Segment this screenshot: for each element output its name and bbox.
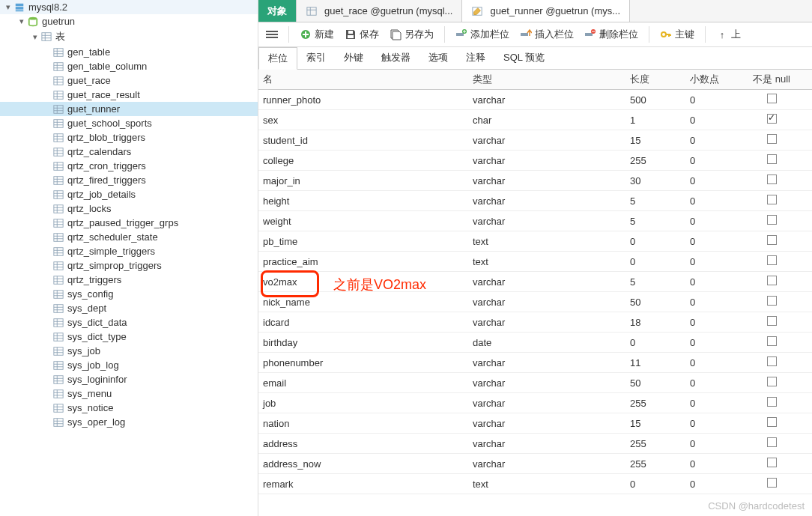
cell-length[interactable]: 5 xyxy=(625,216,685,227)
cell-decimals[interactable]: 0 xyxy=(685,256,745,267)
column-row[interactable]: jobvarchar2550 xyxy=(258,393,812,413)
tree-table-item[interactable]: gen_table xyxy=(0,45,258,59)
column-row[interactable]: birthdaydate00 xyxy=(258,333,812,353)
column-row[interactable]: pb_timetext00 xyxy=(258,231,812,252)
cell-notnull[interactable] xyxy=(745,215,798,227)
tree-table-item[interactable]: sys_oper_log xyxy=(0,415,258,429)
cell-notnull[interactable] xyxy=(745,195,798,207)
subtab-triggers[interactable]: 触发器 xyxy=(372,47,419,69)
cell-name[interactable]: address_now xyxy=(258,458,468,470)
tree-table-item[interactable]: guet_runner xyxy=(0,102,258,116)
header-decimals[interactable]: 小数点 xyxy=(685,73,745,86)
column-row[interactable]: address_nowvarchar2550 xyxy=(258,454,812,474)
cell-length[interactable]: 15 xyxy=(625,418,685,429)
checkbox-icon[interactable] xyxy=(767,215,777,225)
column-row[interactable]: practice_aimtext00 xyxy=(258,252,812,272)
cell-notnull[interactable] xyxy=(745,356,798,368)
subtab-indexes[interactable]: 索引 xyxy=(297,47,335,69)
cell-decimals[interactable]: 0 xyxy=(685,479,745,490)
cell-length[interactable]: 50 xyxy=(625,377,685,389)
column-row[interactable]: collegevarchar2550 xyxy=(258,151,812,171)
cell-decimals[interactable]: 0 xyxy=(685,94,745,106)
checkbox-icon[interactable] xyxy=(767,114,777,124)
tree-table-item[interactable]: qrtz_job_details xyxy=(0,187,258,201)
cell-notnull[interactable] xyxy=(745,437,798,449)
tree-table-item[interactable]: sys_job_log xyxy=(0,358,258,372)
column-row[interactable]: sexchar10 xyxy=(258,110,812,130)
cell-type[interactable]: varchar xyxy=(468,195,625,207)
cell-name[interactable]: college xyxy=(258,155,468,166)
cell-length[interactable]: 5 xyxy=(625,195,685,207)
cell-length[interactable]: 11 xyxy=(625,357,685,368)
cell-name[interactable]: address xyxy=(258,438,468,449)
column-row[interactable]: student_idvarchar150 xyxy=(258,130,812,151)
cell-name[interactable]: vo2max xyxy=(258,276,468,288)
cell-name[interactable]: nick_name xyxy=(258,297,468,308)
tree-table-item[interactable]: qrtz_locks xyxy=(0,201,258,216)
tree-table-item[interactable]: guet_race_result xyxy=(0,88,258,102)
header-length[interactable]: 长度 xyxy=(625,73,685,86)
cell-length[interactable]: 0 xyxy=(625,256,685,267)
checkbox-icon[interactable] xyxy=(767,336,777,346)
cell-type[interactable]: varchar xyxy=(468,377,625,389)
cell-type[interactable]: varchar xyxy=(468,135,625,146)
cell-length[interactable]: 50 xyxy=(625,297,685,308)
tree-table-item[interactable]: sys_notice xyxy=(0,401,258,415)
tree-table-item[interactable]: guet_race xyxy=(0,73,258,88)
cell-notnull[interactable] xyxy=(745,316,798,328)
cell-name[interactable]: email xyxy=(258,377,468,389)
cell-length[interactable]: 255 xyxy=(625,438,685,449)
cell-type[interactable]: varchar xyxy=(468,216,625,227)
cell-length[interactable]: 1 xyxy=(625,115,685,126)
checkbox-icon[interactable] xyxy=(767,276,777,285)
cell-decimals[interactable]: 0 xyxy=(685,317,745,328)
cell-decimals[interactable]: 0 xyxy=(685,115,745,126)
header-name[interactable]: 名 xyxy=(258,73,468,86)
cell-type[interactable]: date xyxy=(468,337,625,348)
tree-table-item[interactable]: guet_school_sports xyxy=(0,116,258,130)
cell-decimals[interactable]: 0 xyxy=(685,216,745,227)
subtab-foreign-keys[interactable]: 外键 xyxy=(335,47,372,69)
cell-decimals[interactable]: 0 xyxy=(685,276,745,288)
cell-notnull[interactable] xyxy=(745,478,798,490)
tree-tables-folder[interactable]: ▾ 表 xyxy=(0,28,258,45)
cell-notnull[interactable] xyxy=(745,154,798,166)
cell-decimals[interactable]: 0 xyxy=(685,458,745,470)
column-row[interactable]: vo2maxvarchar50 xyxy=(258,272,812,292)
checkbox-icon[interactable] xyxy=(767,174,777,184)
column-row[interactable]: phonenumbervarchar110 xyxy=(258,353,812,373)
tree-database[interactable]: ▾ guetrun xyxy=(0,14,258,28)
cell-type[interactable]: varchar xyxy=(468,297,625,308)
cell-type[interactable]: varchar xyxy=(468,357,625,368)
tree-table-item[interactable]: sys_dept xyxy=(0,301,258,315)
tab-guet-race[interactable]: guet_race @guetrun (mysql... xyxy=(297,0,462,22)
insert-field-button[interactable]: 插入栏位 xyxy=(520,28,574,41)
cell-notnull[interactable] xyxy=(745,276,798,288)
column-row[interactable]: idcardvarchar180 xyxy=(258,312,812,333)
cell-notnull[interactable] xyxy=(745,397,798,409)
cell-type[interactable]: char xyxy=(468,115,625,126)
subtab-sql-preview[interactable]: SQL 预览 xyxy=(494,47,554,69)
cell-notnull[interactable] xyxy=(745,296,798,308)
tree-table-item[interactable]: qrtz_blob_triggers xyxy=(0,130,258,145)
tree-table-item[interactable]: qrtz_triggers xyxy=(0,273,258,287)
move-up-button[interactable]: ↑上 xyxy=(716,28,741,41)
cell-name[interactable]: job xyxy=(258,398,468,409)
menu-icon[interactable] xyxy=(266,31,278,38)
checkbox-icon[interactable] xyxy=(767,397,777,407)
subtab-columns[interactable]: 栏位 xyxy=(258,47,297,70)
cell-decimals[interactable]: 0 xyxy=(685,155,745,166)
collapse-icon[interactable]: ▾ xyxy=(3,2,13,12)
column-row[interactable]: major_invarchar300 xyxy=(258,171,812,191)
tree-table-item[interactable]: qrtz_scheduler_state xyxy=(0,230,258,244)
cell-length[interactable]: 5 xyxy=(625,276,685,288)
cell-name[interactable]: pb_time xyxy=(258,236,468,247)
subtab-options[interactable]: 选项 xyxy=(419,47,457,69)
cell-length[interactable]: 15 xyxy=(625,135,685,146)
saveas-button[interactable]: 另存为 xyxy=(390,28,434,41)
column-row[interactable]: nick_namevarchar500 xyxy=(258,292,812,312)
checkbox-icon[interactable] xyxy=(767,356,777,366)
cell-type[interactable]: varchar xyxy=(468,418,625,429)
cell-name[interactable]: height xyxy=(258,195,468,207)
cell-length[interactable]: 0 xyxy=(625,337,685,348)
